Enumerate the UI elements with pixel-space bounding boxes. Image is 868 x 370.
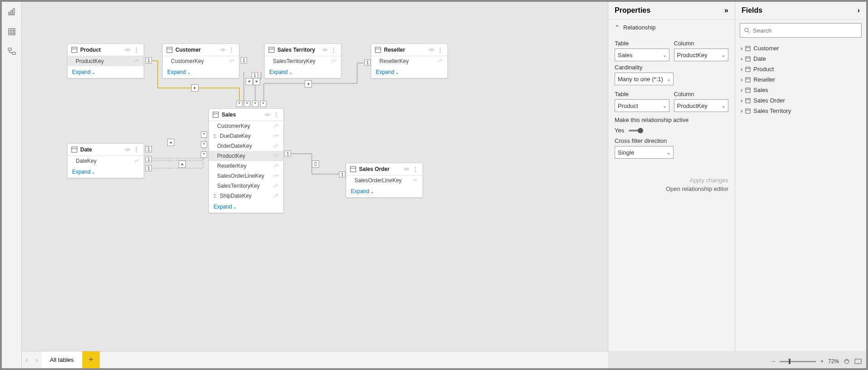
visibility-icon[interactable]: [220, 47, 226, 53]
svg-rect-30: [213, 112, 218, 117]
table-date[interactable]: Date ⋮ DateKey Expand⌄: [67, 143, 144, 178]
table-reseller[interactable]: Reseller ⋮ ResellerKey Expand⌄: [371, 44, 448, 78]
chevron-down-icon: ⌄: [663, 103, 666, 108]
field-customerkey[interactable]: CustomerKey: [163, 56, 239, 66]
expand-button[interactable]: Expand⌄: [209, 201, 283, 213]
tree-item-sales-order[interactable]: ›Sales Order: [740, 95, 862, 106]
cardinality-one: 1: [285, 151, 291, 157]
more-icon[interactable]: ⋮: [412, 166, 419, 172]
table-icon: [71, 47, 78, 53]
filter-arrow-icon: [246, 78, 253, 85]
tree-item-date[interactable]: ›Date: [740, 54, 862, 64]
table-sales-territory[interactable]: Sales Territory ⋮ SalesTerritoryKey Expa…: [264, 44, 341, 78]
table-sales-order[interactable]: Sales Order ⋮ SalesOrderLineKey Expand⌄: [346, 163, 423, 198]
tab-all-tables[interactable]: All tables: [42, 351, 82, 369]
expand-button[interactable]: Expand⌄: [68, 66, 144, 78]
zoom-in-button[interactable]: +: [820, 358, 824, 365]
section-relationship[interactable]: ⌃ Relationship: [608, 19, 735, 35]
field-salesterritorykey[interactable]: SalesTerritoryKey: [265, 56, 341, 66]
svg-point-24: [431, 49, 432, 51]
expand-button[interactable]: Expand⌄: [371, 66, 447, 78]
search-input[interactable]: [740, 23, 862, 38]
table-icon: [745, 56, 751, 62]
expand-button[interactable]: Expand⌄: [265, 66, 341, 78]
collapse-icon[interactable]: »: [724, 6, 728, 15]
visibility-icon[interactable]: [125, 146, 131, 153]
select-column2[interactable]: ProductKey⌄: [674, 99, 729, 112]
field-orderdatekey[interactable]: OrderDateKey: [209, 141, 283, 151]
select-crossfilter[interactable]: Single⌄: [615, 146, 674, 159]
tree-item-sales-territory[interactable]: ›Sales Territory: [740, 106, 862, 116]
field-productkey[interactable]: ProductKey: [209, 151, 283, 161]
select-column1[interactable]: ProductKey⌄: [674, 49, 729, 61]
field-resellerkey[interactable]: ResellerKey: [209, 161, 283, 171]
zoom-slider[interactable]: [780, 361, 816, 362]
table-title: Reseller: [384, 47, 426, 53]
field-salesorderlinekey[interactable]: SalesOrderLineKey: [346, 175, 422, 185]
expand-button[interactable]: Expand⌄: [68, 166, 144, 178]
add-tab-button[interactable]: +: [82, 351, 100, 369]
select-table2[interactable]: Product⌄: [615, 99, 669, 112]
visibility-icon[interactable]: [264, 112, 271, 118]
tab-next-icon[interactable]: ›: [32, 351, 42, 369]
cardinality-one: 1: [339, 171, 345, 178]
field-salesterritorykey[interactable]: SalesTerritoryKey: [209, 181, 283, 191]
field-duedatekey[interactable]: ΣDueDateKey: [209, 131, 283, 141]
fit-to-page-icon[interactable]: [844, 358, 850, 365]
hidden-icon: [273, 193, 279, 199]
open-editor-link[interactable]: Open relationship editor: [615, 185, 728, 192]
tab-prev-icon[interactable]: ‹: [22, 351, 32, 369]
table-product[interactable]: Product ⋮ ProductKey Expand⌄: [67, 44, 144, 78]
table-icon: [745, 67, 751, 72]
svg-rect-57: [746, 98, 750, 103]
tab-bar: ‹ › All tables +: [22, 351, 608, 368]
table-customer[interactable]: Customer ⋮ CustomerKey Expand⌄: [162, 44, 239, 78]
tree-item-sales[interactable]: ›Sales: [740, 85, 862, 95]
more-icon[interactable]: ⋮: [134, 47, 140, 53]
svg-rect-14: [167, 47, 172, 53]
svg-rect-9: [12, 52, 15, 54]
zoom-out-button[interactable]: −: [772, 358, 775, 365]
svg-point-32: [267, 114, 268, 116]
visibility-icon[interactable]: [322, 47, 328, 53]
tree-item-customer[interactable]: ›Customer: [740, 43, 862, 54]
tree-item-reseller[interactable]: ›Reseller: [740, 74, 862, 85]
expand-button[interactable]: Expand⌄: [346, 185, 422, 197]
svg-line-21: [332, 59, 335, 63]
model-view-icon[interactable]: [2, 42, 22, 62]
field-salesorderlinekey[interactable]: SalesOrderLineKey: [209, 171, 283, 181]
visibility-icon[interactable]: [403, 166, 410, 172]
model-canvas[interactable]: 1 1 1 1 * * * * 1 1 1 * * * 1 1 Product …: [22, 2, 608, 351]
select-cardinality[interactable]: Many to one (*:1)⌄: [615, 73, 674, 85]
collapse-icon[interactable]: ›: [858, 6, 860, 15]
data-view-icon[interactable]: [2, 22, 22, 42]
svg-rect-10: [72, 47, 77, 53]
table-sales[interactable]: Sales ⋮ CustomerKey ΣDueDateKey OrderDat…: [209, 108, 284, 213]
cardinality-one: 1: [252, 72, 258, 78]
svg-rect-22: [375, 47, 381, 53]
toggle-active[interactable]: Yes: [615, 127, 728, 134]
report-view-icon[interactable]: [2, 2, 22, 22]
apply-changes-link[interactable]: Apply changes: [615, 177, 728, 184]
expand-button[interactable]: Expand⌄: [163, 66, 239, 78]
more-icon[interactable]: ⋮: [273, 112, 280, 118]
more-icon[interactable]: ⋮: [437, 47, 444, 53]
visibility-icon[interactable]: [428, 47, 435, 53]
label-table2: Table: [615, 91, 669, 97]
fullscreen-icon[interactable]: [854, 359, 862, 364]
field-shipdatekey[interactable]: ΣShipDateKey: [209, 191, 283, 201]
visibility-icon[interactable]: [125, 47, 131, 53]
field-datekey[interactable]: DateKey: [68, 156, 144, 166]
more-icon[interactable]: ⋮: [331, 47, 337, 53]
tree-item-product[interactable]: ›Product: [740, 64, 862, 74]
field-productkey[interactable]: ProductKey: [68, 56, 144, 66]
more-icon[interactable]: ⋮: [229, 47, 235, 53]
field-customerkey[interactable]: CustomerKey: [209, 121, 283, 131]
svg-rect-47: [746, 46, 750, 51]
cardinality-many: *: [236, 101, 242, 107]
table-title: Sales Order: [359, 166, 401, 172]
more-icon[interactable]: ⋮: [134, 146, 140, 153]
chevron-right-icon: ›: [741, 45, 742, 52]
field-resellerkey[interactable]: ResellerKey: [371, 56, 447, 66]
select-table1[interactable]: Sales⌄: [615, 49, 669, 61]
